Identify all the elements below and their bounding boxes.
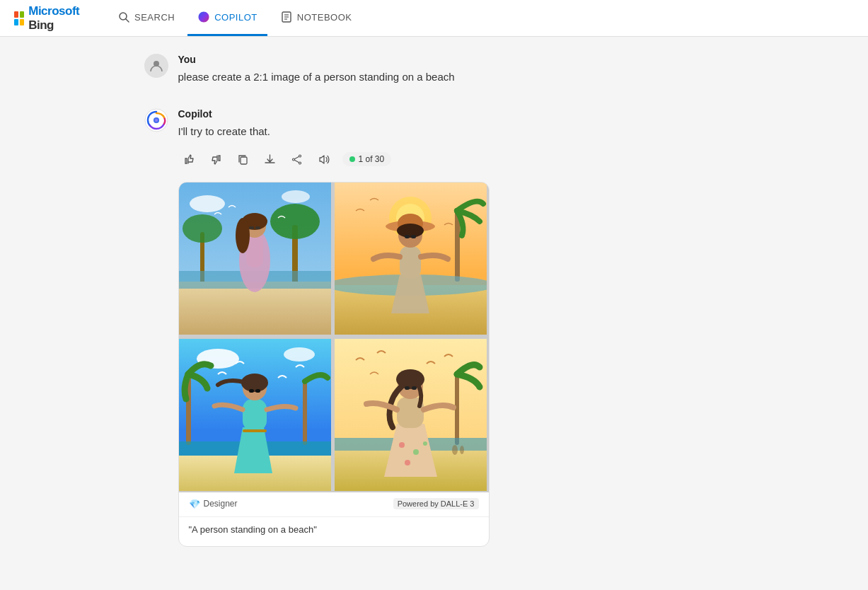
- svg-rect-56: [243, 429, 267, 432]
- svg-rect-30: [255, 226, 260, 229]
- square-green: [20, 11, 24, 18]
- microsoft-squares-icon: [14, 11, 24, 25]
- svg-point-46: [284, 347, 315, 361]
- beach-illustration-4: [335, 339, 487, 491]
- image-caption-area: "A person standing on a beach": [179, 516, 489, 546]
- svg-point-19: [270, 204, 320, 239]
- svg-point-12: [293, 158, 295, 161]
- notebook-icon: [280, 11, 293, 23]
- beach-image-1[interactable]: [179, 183, 333, 337]
- nav-item-copilot[interactable]: COPILOT: [187, 0, 267, 36]
- powered-by-text: Powered by DALL-E 3: [398, 499, 475, 508]
- svg-rect-69: [412, 386, 417, 390]
- svg-rect-9: [241, 157, 247, 164]
- svg-point-71: [460, 446, 464, 454]
- user-message-text: please create a 2:1 image of a person st…: [178, 69, 724, 86]
- svg-rect-42: [405, 235, 410, 238]
- svg-rect-29: [249, 226, 254, 229]
- dalle-badge: Powered by DALL-E 3: [393, 498, 479, 509]
- copilot-name: Copilot: [178, 108, 724, 120]
- status-dot: [349, 156, 355, 162]
- brand-text: Microsoft Bing: [28, 4, 85, 33]
- copilot-message: Copilot I'll try to create that.: [144, 108, 724, 548]
- nav-item-notebook[interactable]: NOTEBOOK: [270, 0, 362, 36]
- image-caption: "A person standing on a beach": [189, 524, 479, 535]
- svg-rect-54: [249, 389, 254, 393]
- nav-notebook-label: NOTEBOOK: [297, 12, 352, 23]
- counter-text: 1 of 30: [359, 154, 385, 164]
- svg-point-16: [190, 195, 225, 212]
- beach-illustration-3: [179, 339, 331, 491]
- user-name: You: [178, 54, 724, 65]
- counter-badge: 1 of 30: [342, 152, 392, 166]
- svg-point-8: [154, 117, 159, 123]
- copilot-message-body: Copilot I'll try to create that.: [178, 108, 724, 548]
- action-bar: 1 of 30: [178, 148, 724, 170]
- beach-image-2[interactable]: [335, 183, 489, 337]
- beach-image-4[interactable]: [335, 339, 489, 493]
- square-yellow: [20, 19, 24, 25]
- user-message: You please create a 2:1 image of a perso…: [144, 54, 724, 86]
- svg-point-63: [405, 460, 410, 465]
- svg-rect-37: [400, 246, 421, 278]
- beach-illustration-1: [179, 183, 331, 335]
- copilot-nav-icon: [197, 11, 210, 23]
- svg-point-62: [413, 449, 419, 455]
- svg-point-28: [236, 218, 250, 253]
- svg-rect-68: [405, 386, 410, 390]
- image-grid: [179, 183, 489, 492]
- nav-copilot-label: COPILOT: [214, 12, 257, 23]
- share-button[interactable]: [286, 148, 308, 170]
- brand-logo[interactable]: Microsoft Bing: [14, 8, 85, 28]
- svg-rect-58: [455, 374, 459, 445]
- svg-point-10: [299, 155, 301, 157]
- copilot-response-text: I'll try to create that.: [178, 124, 724, 140]
- svg-point-61: [399, 442, 405, 448]
- svg-rect-51: [243, 399, 267, 431]
- svg-line-13: [294, 156, 299, 159]
- svg-rect-48: [303, 381, 307, 445]
- square-red: [14, 11, 18, 18]
- square-blue: [14, 19, 18, 25]
- designer-info: 💎 Designer: [189, 499, 238, 509]
- download-button[interactable]: [259, 148, 282, 170]
- svg-point-64: [423, 441, 427, 446]
- copy-button[interactable]: [232, 148, 255, 170]
- nav-item-search[interactable]: SEARCH: [108, 0, 185, 36]
- search-icon: [117, 11, 130, 23]
- thumbup-button[interactable]: [178, 148, 201, 170]
- designer-icon: 💎: [189, 499, 200, 509]
- svg-line-1: [126, 19, 129, 22]
- copilot-avatar: [144, 108, 168, 132]
- thumbdown-button[interactable]: [205, 148, 228, 170]
- designer-label: Designer: [204, 499, 238, 509]
- nav-search-label: SEARCH: [134, 12, 175, 23]
- bing-logo: Microsoft Bing: [14, 8, 85, 28]
- svg-point-67: [396, 369, 424, 389]
- main-content: You please create a 2:1 image of a perso…: [130, 37, 739, 586]
- svg-line-14: [294, 160, 299, 163]
- svg-rect-55: [255, 389, 260, 393]
- beach-image-3[interactable]: [179, 339, 333, 493]
- volume-button[interactable]: [313, 148, 335, 170]
- svg-point-11: [299, 162, 301, 164]
- user-message-body: You please create a 2:1 image of a perso…: [178, 54, 724, 86]
- svg-point-21: [183, 214, 222, 243]
- image-grid-footer: 💎 Designer Powered by DALL-E 3: [179, 492, 489, 516]
- svg-point-70: [452, 445, 458, 455]
- user-avatar: [144, 54, 168, 78]
- svg-point-41: [397, 224, 424, 238]
- beach-illustration-2: [335, 183, 487, 335]
- image-grid-container: 💎 Designer Powered by DALL-E 3 "A person…: [178, 182, 490, 547]
- navbar: Microsoft Bing SEARCH: [0, 0, 868, 37]
- nav-items: SEARCH COPILOT: [108, 0, 361, 36]
- brand-microsoft: Microsoft: [28, 4, 79, 18]
- svg-rect-43: [411, 235, 416, 238]
- svg-point-17: [282, 190, 310, 203]
